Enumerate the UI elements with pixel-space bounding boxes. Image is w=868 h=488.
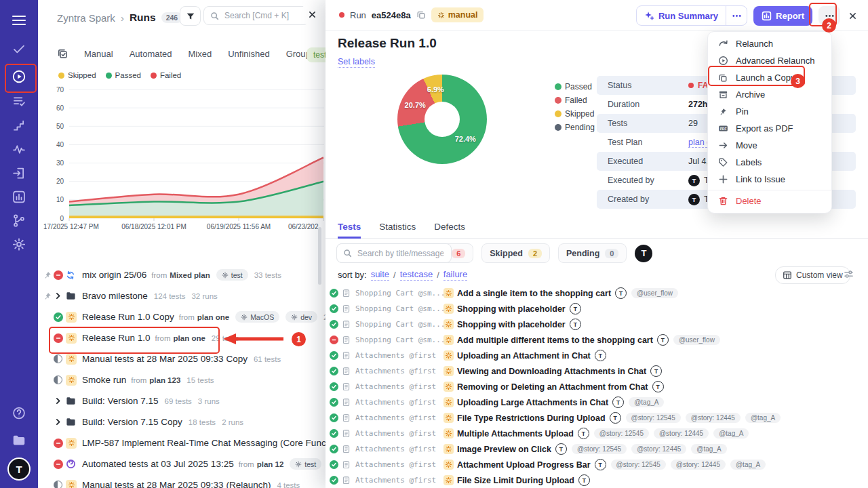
test-passed-icon	[330, 289, 338, 298]
test-row[interactable]: Attachments @firstUploading an Attachmen…	[330, 348, 865, 363]
test-row[interactable]: Attachments @firstRemoving or Deleting a…	[330, 379, 865, 394]
select-runs-icon[interactable]	[57, 48, 68, 59]
test-row[interactable]: Shopping Cart @sm...Add a single item to…	[330, 285, 865, 301]
menu-item-pin[interactable]: Pin	[708, 103, 831, 120]
testcase-icon	[342, 304, 351, 313]
runs-tab-automated[interactable]: Automated	[130, 49, 172, 59]
runs-panel-close-button[interactable]	[302, 5, 323, 24]
sort-by-suite[interactable]: suite	[371, 269, 389, 281]
activity-icon[interactable]	[12, 142, 26, 157]
run-list-item[interactable]: Smoke runfromplan 12315 tests	[38, 369, 326, 390]
menu-icon[interactable]	[11, 12, 27, 28]
test-row[interactable]: Attachments @firstViewing and Downloadin…	[330, 363, 865, 379]
breadcrumb-project[interactable]: Zyntra Spark	[57, 12, 115, 24]
bar-chart-icon[interactable]	[12, 190, 26, 204]
test-row[interactable]: Attachments @firstAttachment Upload Prog…	[330, 457, 865, 472]
chevron-right-icon[interactable]	[54, 396, 62, 405]
chevron-right-icon[interactable]	[54, 291, 62, 300]
menu-item-labels[interactable]: Labels	[708, 154, 831, 171]
test-assignee-avatar: T	[657, 334, 669, 346]
runs-search-input[interactable]	[223, 10, 302, 21]
breadcrumb-page: Runs	[130, 12, 156, 24]
tab-badge-test[interactable]: test	[307, 47, 326, 62]
run-list-item[interactable]: Automated tests at 03 Jul 2025 13:25from…	[38, 453, 326, 474]
tab-tests[interactable]: Tests	[338, 222, 361, 239]
menu-item-advanced-relaunch[interactable]: Advanced Relaunch	[708, 52, 831, 69]
run-list-item[interactable]: Build: Version 7.15 Copy18 tests2 runs	[38, 411, 326, 432]
legend-dot	[555, 83, 561, 90]
gear-icon[interactable]	[12, 237, 26, 251]
runs-tab-unfinished[interactable]: Unfinished	[228, 49, 269, 59]
runs-tab-mixed[interactable]: Mixed	[189, 49, 212, 59]
test-row[interactable]: Shopping Cart @sm...Shopping with placeh…	[330, 301, 865, 317]
filter-chip-pending[interactable]: Pending0	[558, 243, 627, 263]
test-row[interactable]: Attachments @firstMultiple Attachments U…	[330, 426, 865, 441]
view-settings-icon[interactable]	[844, 269, 854, 279]
report-button[interactable]: Report	[753, 6, 812, 26]
menu-item-delete[interactable]: Delete	[708, 192, 831, 209]
run-meta: 32 runs	[191, 292, 217, 300]
copy-run-id-button[interactable]	[416, 10, 426, 20]
run-meta: 124 tests	[154, 292, 186, 300]
play-circle-icon[interactable]	[12, 69, 26, 84]
menu-item-relaunch[interactable]: Relaunch	[708, 35, 831, 52]
run-summary-button[interactable]: Run Summary	[637, 11, 726, 21]
runs-search	[203, 6, 309, 25]
test-assignee-avatar: T	[595, 350, 606, 361]
svg-text:30: 30	[56, 159, 64, 167]
run-list-item[interactable]: Release Run 1.0 Copyfromplan oneMacOSdev…	[38, 306, 326, 327]
runs-tab-manual[interactable]: Manual	[84, 49, 113, 59]
run-list-item[interactable]: Manual tests at 28 Mar 2025 09:33 (Relau…	[38, 474, 326, 488]
run-item-title: Release Run 1.0 Copy	[82, 312, 174, 322]
custom-view-button[interactable]: Custom view	[775, 266, 850, 284]
menu-item-export-as-pdf[interactable]: PDFExport as PDF	[708, 120, 831, 137]
folder-big-icon[interactable]	[12, 433, 26, 448]
assignee-avatar[interactable]: T	[635, 245, 652, 262]
menu-item-move[interactable]: Move	[708, 137, 831, 154]
steps-icon[interactable]	[12, 119, 26, 133]
run-from-label: from	[151, 271, 167, 279]
list-check-icon[interactable]	[12, 94, 26, 108]
run-list-item[interactable]: Build: Version 7.1569 tests3 runs	[38, 390, 326, 411]
sort-by-testcase[interactable]: testcase	[400, 269, 433, 281]
runs-scrollbar[interactable]	[318, 227, 321, 285]
sidebar: T	[0, 0, 38, 488]
detail-close-button[interactable]	[848, 12, 857, 20]
donut-legend-pending: Pending	[555, 123, 595, 132]
test-row[interactable]: Attachments @firstFile Size Limit During…	[330, 472, 865, 488]
run-list-item[interactable]: Manual tests at 28 Mar 2025 09:33 Copy61…	[38, 348, 326, 369]
gear-small-icon	[295, 461, 302, 468]
sort-by-failure[interactable]: failure	[443, 269, 467, 281]
sign-in-icon[interactable]	[12, 166, 26, 180]
set-labels-link[interactable]: Set labels	[338, 57, 375, 68]
tests-search	[336, 243, 452, 263]
test-row[interactable]: Shopping Cart @sm...Shopping with placeh…	[330, 317, 865, 332]
chevron-right-icon[interactable]	[54, 418, 62, 426]
check-icon[interactable]	[12, 42, 26, 56]
status-inprogress-icon	[54, 375, 62, 384]
run-list-item[interactable]: Bravo milestone124 tests32 runs	[38, 285, 326, 306]
test-row[interactable]: Attachments @firstFile Type Restrictions…	[330, 410, 865, 426]
menu-item-archive[interactable]: Archive	[708, 86, 831, 103]
test-passed-icon	[330, 413, 338, 422]
app-root: T Zyntra Spark › Runs 246 ManualAutomate…	[0, 0, 868, 488]
tab-defects[interactable]: Defects	[434, 222, 465, 239]
tab-statistics[interactable]: Statistics	[379, 222, 416, 239]
filter-chip-skipped[interactable]: Skipped2	[481, 243, 550, 263]
test-row[interactable]: Attachments @firstImage Preview on Click…	[330, 441, 865, 457]
breadcrumb: Zyntra Spark › Runs 246	[57, 12, 182, 24]
filter-button[interactable]	[180, 6, 201, 26]
test-row[interactable]: Attachments @firstUploading Large Attach…	[330, 394, 865, 410]
folder-icon	[66, 396, 76, 406]
git-branch-icon[interactable]	[12, 214, 26, 228]
help-icon[interactable]	[12, 406, 26, 420]
test-title: Shopping with placeholder	[457, 304, 566, 314]
run-summary-more-button[interactable]	[726, 11, 747, 21]
menu-item-launch-a-copy[interactable]: Launch a Copy	[708, 69, 831, 86]
run-list-item[interactable]: LMP-587 Implement Real-Time Chat Messagi…	[38, 432, 326, 453]
tests-search-input[interactable]	[356, 248, 445, 259]
menu-item-link-to-issue[interactable]: Link to Issue	[708, 171, 831, 188]
logo-avatar[interactable]: T	[7, 458, 31, 481]
test-row[interactable]: Shopping Cart @sm...Add multiple differe…	[330, 332, 865, 348]
run-list-item[interactable]: mix origin 25/06fromMixed plantest33 tes…	[38, 264, 326, 285]
